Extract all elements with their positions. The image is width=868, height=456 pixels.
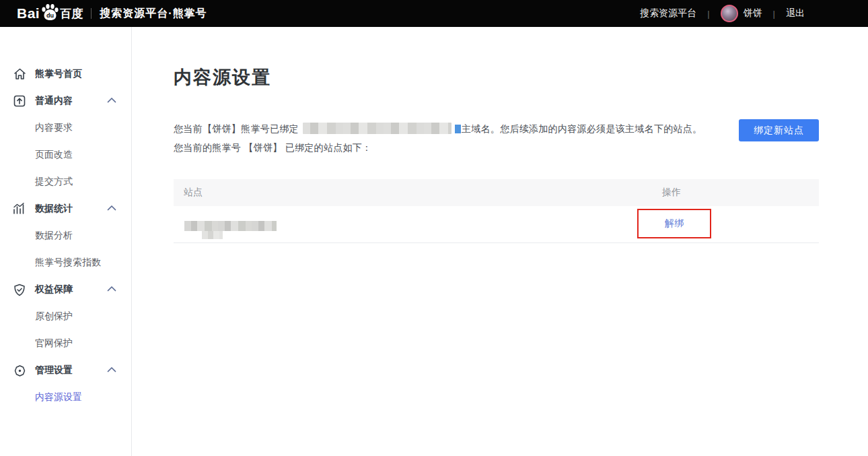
chevron-up-icon[interactable] — [107, 366, 116, 372]
sidebar-item-label: 原创保护 — [35, 311, 73, 323]
top-header-bar: Bai du 百度 搜索资源平台·熊掌号 搜索资源平台 | 饼饼 | 退出 — [0, 0, 868, 27]
home-icon — [13, 67, 26, 81]
sidebar-group-data-stats[interactable]: 数据统计 — [0, 195, 131, 222]
table-row: 解绑 — [174, 206, 819, 243]
sidebar-item-data-analysis[interactable]: 数据分析 — [0, 222, 131, 249]
sidebar-item-page-transform[interactable]: 页面改造 — [0, 141, 131, 168]
username-label[interactable]: 饼饼 — [744, 7, 762, 20]
desc1-suffix: 主域名。您后续添加的内容源必须是该主域名下的站点。 — [462, 123, 702, 134]
pipe-divider: | — [707, 9, 709, 19]
baidu-logo-cn: 百度 — [60, 6, 83, 22]
sidebar-item-label: 官网保护 — [35, 337, 73, 350]
platform-subtitle: 搜索资源平台·熊掌号 — [100, 7, 207, 21]
sidebar-item-original-protection[interactable]: 原创保护 — [0, 303, 131, 330]
gear-icon — [13, 364, 26, 377]
description-line-2: 您当前的熊掌号 【饼饼】 已绑定的站点如下： — [174, 138, 819, 157]
chevron-up-icon[interactable] — [107, 286, 116, 292]
table-header-row: 站点 操作 — [174, 179, 819, 206]
sidebar-item-label: 普通内容 — [35, 95, 73, 107]
sidebar-item-label: 内容源设置 — [35, 391, 82, 403]
sidebar-item-content-source-settings[interactable]: 内容源设置 — [0, 384, 131, 411]
header-divider — [91, 8, 92, 19]
chevron-up-icon[interactable] — [107, 205, 116, 211]
main-content: 内容源设置 您当前【饼饼】熊掌号已绑定主域名。您后续添加的内容源必须是该主域名下… — [133, 27, 868, 456]
desc1-prefix: 您当前【饼饼】熊掌号已绑定 — [174, 123, 299, 134]
sidebar-item-content-requirements[interactable]: 内容要求 — [0, 115, 131, 141]
baidu-paw-icon: du — [40, 3, 59, 21]
text-cursor-block — [455, 125, 461, 133]
logout-link[interactable]: 退出 — [786, 7, 805, 20]
sidebar-item-home[interactable]: 熊掌号首页 — [0, 61, 131, 88]
sidebar-group-common-content[interactable]: 普通内容 — [0, 88, 131, 115]
nav-platform-link[interactable]: 搜索资源平台 — [640, 7, 696, 20]
sidebar-item-submit-method[interactable]: 提交方式 — [0, 168, 131, 195]
redacted-site-blur-tail — [202, 231, 223, 239]
unbind-link[interactable]: 解绑 — [665, 218, 684, 230]
baidu-logo[interactable]: Bai du 百度 — [17, 3, 83, 24]
column-header-site: 站点 — [184, 187, 203, 199]
annotation-red-box: 解绑 — [637, 209, 711, 238]
sidebar-item-official-site-protection[interactable]: 官网保护 — [0, 330, 131, 357]
sidebar-item-label: 页面改造 — [35, 149, 73, 161]
intro-section: 您当前【饼饼】熊掌号已绑定主域名。您后续添加的内容源必须是该主域名下的站点。 您… — [174, 119, 819, 157]
user-avatar[interactable] — [721, 5, 738, 22]
page-title: 内容源设置 — [174, 65, 819, 90]
sidebar-group-management-settings[interactable]: 管理设置 — [0, 357, 131, 384]
sidebar-item-label: 内容要求 — [35, 122, 73, 134]
shield-icon — [13, 283, 26, 296]
sidebar-item-label: 权益保障 — [35, 284, 73, 296]
chart-icon — [13, 202, 26, 216]
sidebar-item-label: 熊掌号搜索指数 — [35, 257, 101, 269]
sidebar-item-label: 管理设置 — [35, 364, 73, 377]
sidebar-item-label: 熊掌号首页 — [35, 68, 82, 80]
redacted-site-blur — [184, 221, 277, 231]
sidebar-item-search-index[interactable]: 熊掌号搜索指数 — [0, 249, 131, 276]
sidebar-item-label: 数据统计 — [35, 203, 73, 215]
baidu-logo-text: Bai — [17, 5, 40, 22]
sidebar-item-label: 数据分析 — [35, 230, 73, 242]
sidebar-group-rights-protection[interactable]: 权益保障 — [0, 276, 131, 303]
chevron-up-icon[interactable] — [107, 97, 116, 103]
column-header-action: 操作 — [662, 187, 681, 199]
sidebar-item-label: 提交方式 — [35, 176, 73, 188]
sidebar-nav: 熊掌号首页 普通内容 内容要求 页面改造 提交方式 数据统计 数据分析 熊掌号搜… — [0, 27, 132, 456]
bound-sites-table: 站点 操作 解绑 — [174, 179, 819, 243]
bind-new-site-button[interactable]: 绑定新站点 — [739, 119, 819, 141]
pipe-divider: | — [773, 9, 775, 19]
description-line-1: 您当前【饼饼】熊掌号已绑定主域名。您后续添加的内容源必须是该主域名下的站点。 — [174, 119, 819, 138]
svg-text:du: du — [46, 12, 54, 19]
redacted-domain-blur — [303, 123, 451, 134]
upload-icon — [13, 94, 26, 108]
